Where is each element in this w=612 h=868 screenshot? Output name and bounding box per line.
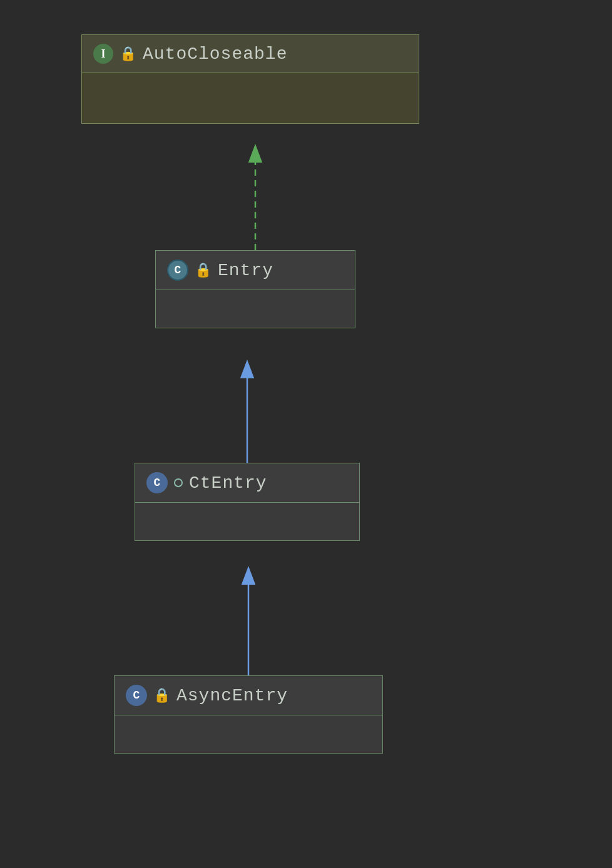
ctentry-header: C CtEntry: [135, 463, 359, 503]
class-badge-blue-ct: C: [146, 472, 168, 493]
ctentry-body: [135, 503, 359, 540]
asyncentry-body: [115, 715, 382, 753]
lock-icon: 🔒: [120, 46, 136, 63]
ctentry-title: CtEntry: [189, 473, 267, 493]
interface-badge: I: [93, 44, 113, 64]
node-ctentry[interactable]: C CtEntry: [135, 463, 360, 541]
node-entry[interactable]: C 🔒 Entry: [155, 250, 355, 328]
class-badge-blue-async: C: [126, 685, 147, 706]
lock-icon-async: 🔒: [153, 687, 170, 704]
abstract-circle: [174, 478, 183, 487]
autocloseable-title: AutoCloseable: [143, 44, 287, 64]
entry-title: Entry: [218, 261, 273, 280]
asyncentry-title: AsyncEntry: [176, 686, 288, 705]
entry-body: [156, 290, 355, 328]
autocloseable-body: [82, 73, 419, 123]
entry-header: C 🔒 Entry: [156, 251, 355, 290]
node-autocloseable[interactable]: I 🔒 AutoCloseable: [81, 34, 419, 124]
class-badge-teal: C: [167, 260, 188, 281]
node-asyncentry[interactable]: C 🔒 AsyncEntry: [114, 675, 383, 754]
diagram-container: I 🔒 AutoCloseable C 🔒 Entry C CtEntry: [0, 0, 612, 868]
autocloseable-header: I 🔒 AutoCloseable: [82, 35, 419, 73]
lock-icon-entry: 🔒: [195, 262, 212, 279]
asyncentry-header: C 🔒 AsyncEntry: [115, 676, 382, 715]
